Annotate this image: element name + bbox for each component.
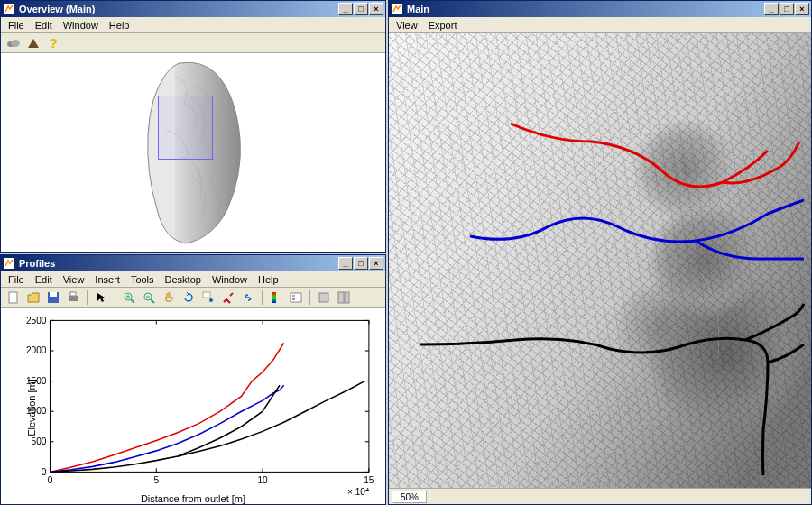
main-canvas[interactable]	[389, 33, 811, 488]
menu-export[interactable]: Export	[423, 19, 463, 32]
main-title: Main	[407, 4, 764, 14]
print-icon[interactable]	[64, 289, 82, 307]
menu-file[interactable]: File	[3, 273, 30, 286]
pan-icon[interactable]	[160, 289, 178, 307]
overview-title: Overview (Main)	[19, 4, 338, 14]
svg-point-2	[11, 40, 20, 47]
datatip-icon[interactable]	[199, 289, 217, 307]
menu-help[interactable]: Help	[104, 19, 135, 32]
menu-insert[interactable]: Insert	[89, 273, 125, 286]
svg-text:15: 15	[364, 475, 374, 485]
svg-text:5: 5	[153, 475, 159, 485]
svg-text:0: 0	[42, 466, 47, 476]
svg-rect-5	[4, 258, 14, 269]
svg-rect-0	[4, 4, 14, 14]
menu-tools[interactable]: Tools	[125, 273, 160, 286]
main-menubar: View Export	[389, 17, 811, 33]
menu-help[interactable]: Help	[253, 273, 284, 286]
menu-window[interactable]: Window	[207, 273, 253, 286]
triangle-icon[interactable]	[24, 34, 42, 52]
minimize-button[interactable]: _	[338, 3, 353, 15]
new-icon[interactable]	[5, 289, 23, 307]
overview-canvas[interactable]	[1, 53, 385, 252]
svg-point-19	[209, 298, 213, 302]
svg-text:× 10⁴: × 10⁴	[347, 486, 369, 496]
overview-titlebar[interactable]: Overview (Main) _ □ ×	[1, 1, 385, 17]
profiles-titlebar[interactable]: Profiles _ □ ×	[1, 255, 385, 271]
svg-rect-8	[50, 292, 57, 297]
overview-window: Overview (Main) _ □ × File Edit Window H…	[0, 0, 386, 252]
svg-line-20	[230, 293, 233, 296]
svg-rect-25	[319, 293, 328, 302]
maximize-button[interactable]: □	[354, 3, 368, 15]
save-icon[interactable]	[44, 289, 62, 307]
zoom-in-icon[interactable]	[120, 289, 138, 307]
maximize-button[interactable]: □	[780, 3, 794, 15]
cloud-icon[interactable]	[5, 34, 23, 52]
matlab-figure-icon	[3, 3, 15, 15]
menu-edit[interactable]: Edit	[30, 273, 58, 286]
toolbar-separator	[115, 290, 115, 305]
profiles-chart: 05001000150020002500051015× 10⁴ Elevatio…	[6, 313, 380, 502]
main-statusbar: 50%	[389, 488, 811, 504]
chart-xlabel: Distance from outlet [m]	[141, 493, 245, 504]
menu-window[interactable]: Window	[58, 19, 104, 32]
svg-rect-9	[69, 296, 78, 301]
svg-text:0: 0	[48, 475, 53, 485]
zoom-level: 50%	[392, 491, 427, 503]
close-button[interactable]: ×	[369, 3, 383, 15]
show-plot-tools-icon[interactable]	[335, 289, 353, 307]
matlab-figure-icon	[391, 3, 403, 15]
svg-line-16	[151, 299, 154, 303]
hide-plot-tools-icon[interactable]	[315, 289, 333, 307]
menu-view[interactable]: View	[58, 273, 90, 286]
matlab-figure-icon	[3, 257, 15, 270]
svg-text:2500: 2500	[26, 315, 47, 325]
main-titlebar[interactable]: Main _ □ ×	[389, 1, 811, 17]
close-button[interactable]: ×	[369, 257, 383, 270]
rotate-icon[interactable]	[180, 289, 198, 307]
brush-icon[interactable]	[219, 289, 237, 307]
overview-toolbar: ?	[1, 33, 385, 53]
link-icon[interactable]	[239, 289, 257, 307]
svg-line-12	[131, 299, 134, 303]
close-button[interactable]: ×	[795, 3, 809, 15]
open-icon[interactable]	[24, 289, 42, 307]
toolbar-separator	[87, 290, 88, 305]
menu-edit[interactable]: Edit	[30, 19, 58, 32]
svg-rect-27	[345, 292, 349, 303]
svg-text:500: 500	[32, 436, 47, 446]
toolbar-separator	[262, 290, 263, 305]
profiles-canvas[interactable]: 05001000150020002500051015× 10⁴ Elevatio…	[1, 308, 385, 504]
terrain-texture	[389, 33, 811, 488]
menu-desktop[interactable]: Desktop	[160, 273, 207, 286]
svg-rect-26	[338, 292, 344, 303]
pointer-icon[interactable]	[92, 289, 110, 307]
overview-terrain	[130, 58, 256, 247]
svg-rect-60	[392, 4, 402, 14]
overview-selection-rect[interactable]	[158, 96, 214, 160]
minimize-button[interactable]: _	[764, 3, 779, 15]
legend-icon[interactable]	[287, 289, 305, 307]
profiles-window: Profiles _ □ × File Edit View Insert Too…	[0, 254, 386, 505]
overview-menubar: File Edit Window Help	[1, 17, 385, 33]
menu-file[interactable]: File	[3, 19, 30, 32]
help-icon[interactable]: ?	[44, 34, 62, 52]
svg-rect-22	[291, 293, 301, 302]
svg-rect-18	[203, 292, 210, 298]
main-window: Main _ □ × View Export	[388, 0, 812, 505]
menu-view[interactable]: View	[391, 19, 423, 32]
toolbar-separator	[309, 290, 310, 305]
profiles-menubar: File Edit View Insert Tools Desktop Wind…	[1, 271, 385, 288]
profiles-toolbar	[1, 288, 385, 308]
minimize-button[interactable]: _	[338, 257, 353, 270]
colorbar-icon[interactable]	[267, 289, 285, 307]
svg-rect-10	[70, 292, 76, 296]
maximize-button[interactable]: □	[354, 257, 368, 270]
svg-rect-21	[272, 292, 276, 303]
profiles-title: Profiles	[19, 258, 338, 269]
svg-text:2000: 2000	[26, 345, 47, 355]
svg-rect-6	[9, 292, 17, 303]
zoom-out-icon[interactable]	[140, 289, 158, 307]
chart-ylabel: Elevation [m]	[26, 379, 37, 436]
